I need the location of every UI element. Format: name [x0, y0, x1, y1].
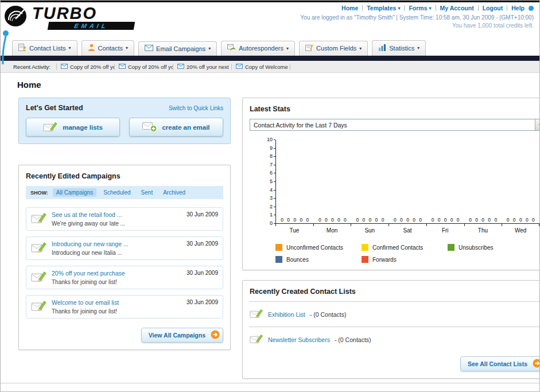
legend-swatch	[275, 244, 282, 251]
stats-period-select[interactable]: Contact Activity for the Last 7 Days ▾	[250, 119, 540, 131]
credits-info: You have 1,000 total credits left.	[300, 22, 534, 29]
chart-group: 00000	[314, 140, 352, 223]
tab-label: Statistics	[389, 45, 414, 52]
manage-lists-button[interactable]: manage lists	[26, 118, 120, 137]
chart-value-labels: 00000	[390, 217, 426, 223]
see-all-contact-lists-button[interactable]: See All Contact Lists	[460, 356, 540, 371]
stats-period-value: Contact Activity for the Last 7 Days	[250, 122, 535, 129]
contact-list-count: - (0 Contacts)	[310, 311, 347, 318]
chevron-down-icon: ▾	[126, 45, 128, 51]
campaign-title-link[interactable]: Welcome to our email list	[52, 299, 182, 306]
filter-sent[interactable]: Sent	[138, 188, 157, 197]
legend-item: Unsubscribes	[448, 244, 534, 251]
edit-campaign-icon	[31, 270, 47, 285]
top-nav-forms[interactable]: Forms▾	[409, 5, 431, 11]
chart-group: 00000	[502, 140, 539, 223]
chevron-down-icon: ▾	[417, 45, 419, 51]
recent-activity-item[interactable]: Copy of Welcome to	[232, 64, 290, 70]
tab-statistics[interactable]: Statistics ▾	[372, 40, 426, 56]
tab-label: Contacts	[98, 45, 123, 52]
chart-y-tick: 4	[260, 187, 275, 193]
top-nav-help[interactable]: Help	[511, 5, 525, 11]
campaign-title-link[interactable]: Introducing our new range ...	[52, 240, 182, 247]
divider	[507, 5, 507, 11]
chevron-down-icon: ▾	[286, 46, 289, 51]
view-all-campaigns-button[interactable]: View All Campaigns	[141, 328, 223, 343]
chart-groups: 00000000000000000000000000000000000	[276, 140, 539, 223]
speedometer-icon	[4, 5, 29, 30]
edit-campaign-icon	[31, 212, 47, 227]
get-started-panel: Let's Get Started Switch to Quick Links …	[18, 98, 231, 144]
button-label: create an email	[162, 124, 209, 131]
divider	[362, 5, 363, 11]
chart-group: 00000	[426, 140, 464, 223]
divider	[436, 5, 436, 11]
contact-list-item[interactable]: Exhibition List - (0 Contacts)	[250, 305, 540, 323]
chevron-down-icon: ▾	[398, 6, 400, 11]
contact-list-link[interactable]: Newsletter Subscribers	[268, 336, 330, 343]
logo-title: TURBO	[32, 5, 134, 22]
legend-item: Unconfirmed Contacts	[275, 244, 362, 251]
tab-autoresponders[interactable]: Autoresponders ▾	[221, 41, 295, 56]
chart-group: 00000	[464, 140, 502, 223]
campaigns-panel-title: Recently Edited Campaigns	[26, 172, 223, 180]
divider	[404, 5, 405, 11]
tab-email-campaigns[interactable]: Email Campaigns ▾	[138, 41, 217, 56]
recent-activity-item-label: Copy of Welcome to	[245, 64, 290, 70]
legend-swatch	[448, 244, 454, 251]
tab-contacts[interactable]: Contacts ▾	[81, 40, 134, 56]
left-column: Let's Get Started Switch to Quick Links …	[18, 98, 231, 350]
edit-campaign-icon	[31, 300, 47, 315]
create-email-button[interactable]: create an email	[129, 118, 223, 137]
chart-y-tick: 1	[260, 212, 275, 218]
contact-list-link[interactable]: Exhibition List	[268, 311, 305, 318]
session-info: You are logged in as "Timothy Smith" | S…	[300, 14, 534, 21]
campaign-subtitle: Introducing our new Italia ...	[52, 250, 182, 256]
top-nav-help-label: Help	[511, 5, 525, 11]
campaign-list-item[interactable]: See us at the retail food ... We're givi…	[26, 207, 223, 231]
tab-label: Email Campaigns	[156, 45, 205, 52]
envelope-icon	[236, 64, 243, 70]
recent-activity-item[interactable]: Copy of 20% off yo	[56, 64, 115, 70]
chevron-down-icon: ▾	[359, 46, 362, 51]
help-bubble-icon	[529, 6, 534, 11]
chart-plot-area: 109876543210 000000000000000000000000000…	[275, 140, 539, 224]
contact-list-item[interactable]: Newsletter Subscribers - (0 Contacts)	[250, 331, 540, 348]
filter-archived[interactable]: Archived	[160, 188, 189, 197]
top-nav-logout[interactable]: Logout	[483, 5, 503, 11]
chart-y-tick: 8	[260, 153, 275, 160]
chart-category-label: Fri	[426, 224, 464, 234]
campaign-list-item[interactable]: Welcome to our email list Thanks for joi…	[26, 295, 223, 319]
switch-quick-links-link[interactable]: Switch to Quick Links	[169, 105, 223, 111]
legend-swatch	[362, 256, 368, 263]
campaign-list-item[interactable]: 20% off your next purchase Thanks for jo…	[26, 266, 223, 289]
stats-panel-title: Latest Stats	[250, 105, 540, 113]
campaign-title-link[interactable]: 20% off your next purchase	[52, 270, 182, 277]
top-nav-my-account[interactable]: My Account	[440, 5, 474, 11]
chevron-down-icon: ▾	[69, 45, 71, 51]
campaign-filter-bar: SHOW: All Campaigns Scheduled Sent Archi…	[26, 186, 223, 199]
create-email-icon	[142, 121, 157, 134]
tab-contact-lists[interactable]: Contact Lists ▾	[12, 40, 77, 56]
top-nav-home[interactable]: Home	[341, 5, 358, 11]
arrow-right-icon	[533, 359, 540, 369]
tab-custom-fields[interactable]: Custom Fields ▾	[299, 41, 368, 56]
recent-activity-item[interactable]: 20% off your next	[173, 64, 232, 70]
filter-all-campaigns[interactable]: All Campaigns	[53, 188, 96, 197]
chart-y-tick: 9	[260, 145, 275, 152]
divider	[478, 5, 479, 11]
tab-label: Custom Fields	[316, 45, 356, 52]
campaign-title-link[interactable]: See us at the retail food ...	[52, 211, 182, 218]
edit-list-icon	[250, 333, 263, 346]
arrow-right-icon	[211, 330, 220, 340]
chart-group: 00000	[351, 140, 389, 223]
latest-stats-panel: Latest Stats Contact Activity for the La…	[242, 98, 540, 270]
campaign-text: 20% off your next purchase Thanks for jo…	[52, 270, 182, 285]
filter-scheduled[interactable]: Scheduled	[100, 188, 134, 197]
edit-campaign-icon	[31, 241, 47, 256]
get-started-title: Let's Get Started	[26, 104, 83, 112]
campaign-list-item[interactable]: Introducing our new range ... Introducin…	[26, 236, 223, 260]
custom-fields-icon	[305, 44, 313, 52]
recent-activity-item[interactable]: Copy of 20% off yo	[115, 64, 173, 70]
top-nav-templates[interactable]: Templates▾	[367, 5, 400, 11]
